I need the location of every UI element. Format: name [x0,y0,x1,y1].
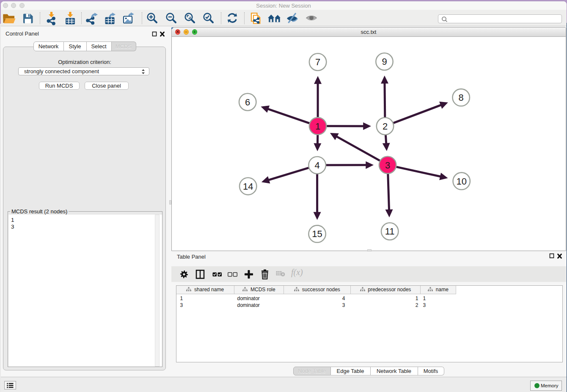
svg-text:9: 9 [382,56,387,67]
svg-text:7: 7 [315,57,320,67]
svg-text:1: 1 [315,121,320,132]
svg-text:4: 4 [314,160,319,171]
svg-text:11: 11 [385,226,394,237]
svg-text:15: 15 [312,229,322,239]
svg-text:3: 3 [385,160,390,171]
svg-text:8: 8 [458,92,463,103]
svg-text:2: 2 [382,121,387,132]
svg-text:6: 6 [245,97,250,108]
svg-text:10: 10 [456,176,466,187]
svg-text:14: 14 [242,181,253,192]
